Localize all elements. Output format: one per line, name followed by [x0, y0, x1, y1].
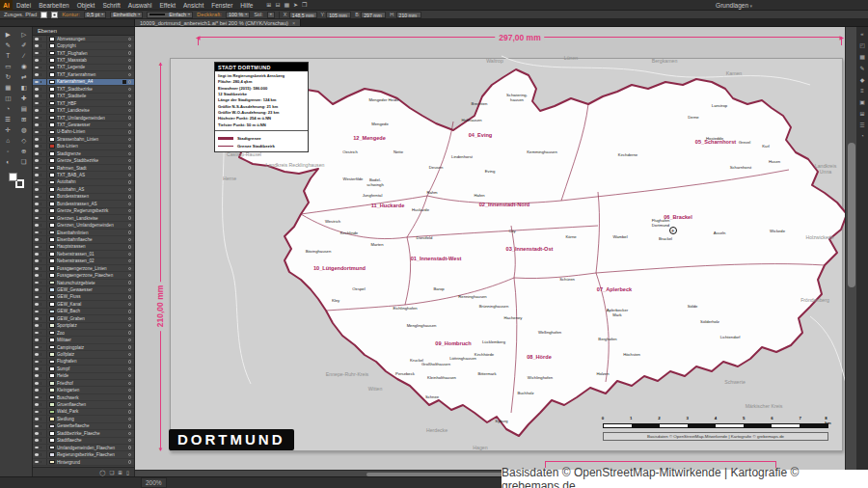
lock-toggle[interactable] — [41, 230, 47, 235]
target-circle-icon[interactable] — [128, 101, 131, 104]
visibility-toggle[interactable] — [33, 152, 41, 155]
visibility-toggle[interactable] — [33, 332, 41, 335]
visibility-toggle[interactable] — [33, 131, 41, 134]
target-circle-icon[interactable] — [128, 303, 131, 306]
lock-toggle[interactable] — [41, 150, 47, 156]
menu-hilfe[interactable]: Hilfe — [236, 0, 257, 11]
lock-toggle[interactable] — [41, 186, 47, 192]
visibility-toggle[interactable] — [33, 303, 41, 306]
layer-row-grenzen-umlandgemeinden[interactable]: Grenzen_Umlandgemeinden — [33, 222, 134, 229]
screen-mode-icon[interactable]: ❒ — [302, 0, 307, 11]
tool-icon-19[interactable]: ◍ — [21, 126, 27, 133]
lock-toggle[interactable] — [41, 323, 47, 329]
tool-icon-6[interactable]: ▭ — [5, 63, 11, 69]
layer-row-bundesstrassen-as[interactable]: Bundesstrassen_AS — [33, 201, 134, 207]
layer-row-sumpf[interactable]: Sumpf — [33, 366, 134, 372]
tool-icon-20[interactable]: ⌂ — [6, 137, 10, 144]
stroke-swatch[interactable] — [51, 12, 58, 18]
target-circle-icon[interactable] — [128, 274, 131, 277]
visibility-toggle[interactable] — [33, 59, 41, 62]
lock-toggle[interactable] — [41, 280, 47, 285]
arrange-documents-icon[interactable]: ⊟ — [275, 0, 280, 11]
menu-bearbeiten[interactable]: Bearbeiten — [35, 0, 72, 11]
lock-toggle[interactable] — [41, 165, 47, 171]
target-circle-icon[interactable] — [128, 166, 131, 169]
tool-icon-16[interactable]: ☰ — [5, 116, 11, 122]
tool-icon-22[interactable]: ◦ — [7, 148, 9, 154]
lock-toggle[interactable] — [41, 172, 47, 177]
dock-panel-icon-0[interactable]: « — [860, 31, 863, 37]
target-circle-icon[interactable] — [128, 317, 131, 320]
visibility-toggle[interactable] — [33, 282, 41, 285]
visibility-toggle[interactable] — [33, 453, 41, 456]
target-circle-icon[interactable] — [128, 123, 131, 126]
lock-toggle[interactable] — [41, 251, 47, 257]
lock-toggle[interactable] — [41, 201, 47, 206]
vertical-scrollbar-thumb[interactable] — [848, 143, 855, 287]
lock-toggle[interactable] — [41, 272, 47, 278]
layer-row-rahmen-stadt[interactable]: Rahmen_Stadt — [33, 165, 134, 172]
layer-row-fussgaengerzone-linien[interactable]: Fussgaengerzone_Linien — [33, 265, 134, 272]
layer-row-txt-gewaesser[interactable]: TXT_Gewaesser — [33, 122, 134, 128]
tool-icon-23[interactable]: ⊕ — [21, 148, 26, 154]
layer-row-nebenstrassen-02[interactable]: Nebenstrassen_02 — [33, 258, 134, 265]
visibility-toggle[interactable] — [33, 324, 41, 327]
lock-toggle[interactable] — [41, 215, 47, 221]
lock-toggle[interactable] — [41, 265, 47, 271]
layer-row-militaer[interactable]: Militaer — [33, 337, 134, 343]
layers-footer-icon-2[interactable]: ⊞ — [118, 470, 122, 475]
visibility-toggle[interactable] — [33, 296, 41, 299]
lock-toggle[interactable] — [41, 380, 47, 386]
lock-toggle[interactable] — [41, 65, 47, 70]
target-circle-icon[interactable] — [128, 403, 131, 406]
layer-row-txt-kartenrahmen[interactable]: TXT_Kartenrahmen — [33, 71, 134, 78]
visibility-toggle[interactable] — [33, 188, 41, 191]
layer-row-gew-gewaesser[interactable]: GEW_Gewaesser — [33, 286, 134, 293]
target-circle-icon[interactable] — [128, 159, 131, 162]
target-circle-icon[interactable] — [128, 238, 131, 241]
tool-icon-10[interactable]: ▦ — [5, 84, 11, 91]
tool-icon-11[interactable]: ◧ — [21, 84, 27, 91]
menu-auswahl[interactable]: Auswahl — [124, 0, 156, 11]
layer-row-gew-graben[interactable]: GEW_Graben — [33, 315, 134, 322]
lock-toggle[interactable] — [41, 258, 47, 264]
layer-row-fussgaengerzone-flaechen[interactable]: Fussgaengerzone_Flaechen — [33, 272, 134, 279]
layer-row-txt-umlandgemeinden[interactable]: TXT_Umlandgemeinden — [33, 115, 134, 122]
lock-toggle[interactable] — [41, 301, 47, 307]
visibility-toggle[interactable] — [33, 209, 41, 212]
visibility-toggle[interactable] — [33, 123, 41, 126]
menu-fenster[interactable]: Fenster — [207, 0, 236, 11]
layer-row-grenzen-landkreise[interactable]: Grenzen_Landkreise — [33, 215, 134, 222]
visibility-toggle[interactable] — [33, 102, 41, 105]
target-circle-icon[interactable] — [128, 331, 131, 334]
layer-row-bundesstrassen[interactable]: Bundesstrassen — [33, 194, 134, 201]
layer-row-umlandgemeinden-flaechen[interactable]: Umlandgemeinden_Flaechen — [33, 445, 134, 451]
fill-stroke-indicator[interactable] — [9, 173, 24, 188]
visibility-toggle[interactable] — [33, 174, 41, 176]
layer-row-gewerbeflaeche[interactable]: Gewerbeflaeche — [33, 423, 134, 430]
visibility-toggle[interactable] — [33, 246, 41, 249]
visibility-toggle[interactable] — [33, 167, 41, 170]
lock-toggle[interactable] — [41, 50, 47, 56]
layer-row-txt-hbf[interactable]: TXT_HBF — [33, 100, 134, 107]
transform-value-input[interactable]: 210 mm — [396, 12, 421, 18]
target-circle-icon[interactable] — [128, 267, 131, 270]
layer-row-grenze-regierungsbezirk[interactable]: Grenze_Regierungsbezirk — [33, 208, 134, 215]
tool-icon-24[interactable]: ◐ — [6, 158, 10, 165]
target-circle-icon[interactable] — [128, 59, 131, 62]
visibility-toggle[interactable] — [33, 439, 41, 442]
stroke-width-dropdown[interactable]: 0,5 pt▾ — [84, 12, 106, 18]
dock-panel-icon-5[interactable]: ≡ — [860, 88, 864, 94]
target-circle-icon[interactable] — [128, 453, 131, 456]
target-circle-icon[interactable] — [128, 281, 131, 284]
lock-toggle[interactable] — [41, 416, 47, 421]
lock-toggle[interactable] — [41, 294, 47, 300]
visibility-toggle[interactable] — [33, 181, 41, 184]
layer-row-gew-bach[interactable]: GEW_Bach — [33, 309, 134, 315]
tool-icon-15[interactable]: ▤ — [21, 105, 27, 112]
tool-icon-7[interactable]: ◉ — [21, 63, 27, 69]
fill-swatch[interactable] — [41, 12, 47, 18]
visibility-toggle[interactable] — [33, 217, 41, 220]
target-circle-icon[interactable] — [128, 367, 131, 370]
layer-row-copyright[interactable]: Copyright — [33, 42, 134, 49]
